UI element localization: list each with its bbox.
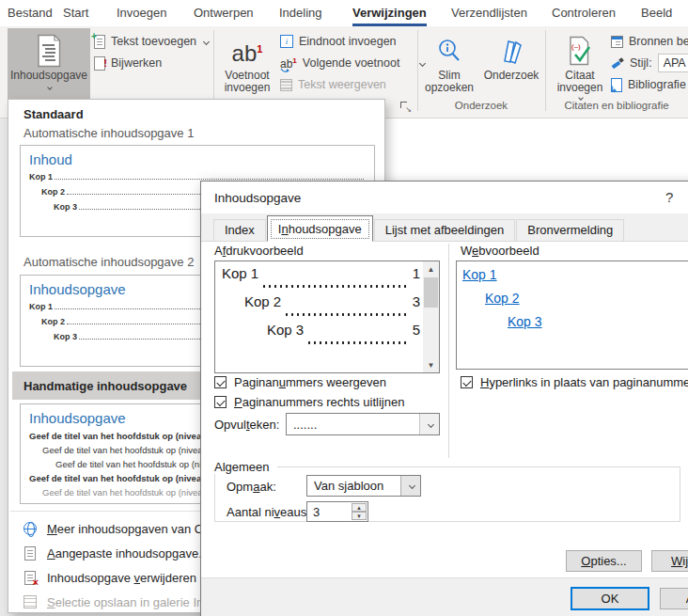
add-text-icon: + [94,35,105,49]
insert-citation-label: Citaat invoegen [554,70,606,94]
toc-button-label: Inhoudsopgave [10,70,87,82]
tab-beeld[interactable]: Beeld [641,0,672,26]
tab-leader-value: ....... [293,414,317,434]
gallery-item1-title: Automatische inhoudsopgave 1 [23,126,194,140]
gallery-entry: Kop 1 [29,172,53,182]
citation-style-select[interactable]: APA [658,54,688,72]
bibliography-button[interactable]: ↳ Bibliografie [611,74,686,95]
add-text-label: Tekst toevoegen [111,35,196,48]
menu-item-label: Meer inhoudsopgaven van Offic [47,522,219,536]
scroll-up-icon[interactable]: ▲ [423,261,439,276]
modify-button[interactable]: Wijzige [651,550,688,572]
menu-item-label: Selectie opslaan in galerie Inhou [47,595,224,609]
insert-endnote-label: Eindnoot invoegen [299,35,397,48]
chevron-down-icon [47,85,53,90]
ok-button[interactable]: OK [571,587,649,610]
web-preview-link[interactable]: Kop 1 [462,267,497,282]
scrollbar-thumb[interactable] [424,277,438,308]
next-footnote-label: Volgende voetnoot [303,56,400,70]
checkbox-label: Paginanummers rechts uitlijnen [234,395,404,409]
manage-sources-button[interactable]: Bronnen be [611,31,688,52]
ribbon-tab-bar: Bestand Start Invoegen Ontwerpen Indelin… [0,0,688,26]
scrollbar[interactable]: ▲ ▼ [423,261,439,372]
manual-entry: Geef de titel van het hoofdstuk op (nive… [42,445,218,455]
format-label: Opmaak: [227,480,276,494]
checkbox-checked-icon[interactable] [461,376,473,388]
spin-up-icon[interactable]: ▲ [352,503,367,512]
manual-entry: Geef de titel van het hoofdstuk op (nive… [29,431,217,441]
footnote-icon: ab1 [232,32,263,70]
tab-bestand[interactable]: Bestand [8,0,53,26]
tab-indeling[interactable]: Indeling [279,0,322,26]
manage-sources-label: Bronnen be [629,35,688,48]
checkbox-right-align-page-numbers[interactable]: Paginanummers rechts uitlijnen [214,395,404,409]
style-label: Stijl: [630,56,652,70]
insert-citation-icon: (–) [567,32,593,70]
web-preview-box: Kop 1 Kop 2 Kop 3 [456,261,688,370]
checkbox-hyperlinks[interactable]: Hyperlinks in plaats van paginanummers [461,375,688,389]
insert-endnote-button[interactable]: i Eindnoot invoegen [280,31,397,52]
web-preview-link[interactable]: Kop 2 [485,291,520,306]
gallery-item2-title: Automatische inhoudsopgave 2 [23,255,194,269]
tab-invoegen[interactable]: Invoegen [117,0,167,26]
bibliography-label: Bibliografie [628,78,686,91]
tab-verwijzingen[interactable]: Verwijzingen [352,0,427,26]
options-button[interactable]: Opties... [566,550,642,572]
gallery-entry: Kop 2 [41,187,65,197]
smart-lookup-icon [436,32,462,70]
group-label-citations: Citaten en bibliografie [551,100,682,111]
dialog-launcher-icon[interactable] [400,102,411,112]
next-footnote-icon: ab1 [280,56,297,71]
svg-text:(–): (–) [571,42,581,51]
bibliography-icon: ↳ [611,78,622,92]
help-icon[interactable]: ? [665,189,673,205]
levels-value: 3 [313,502,320,521]
spin-down-icon[interactable]: ▼ [352,512,367,520]
update-toc-button[interactable]: ! Bijwerken [94,53,162,73]
menu-item-label: Aangepaste inhoudsopgave... [47,546,209,561]
checkbox-show-page-numbers[interactable]: Paginanummers weergeven [214,375,386,389]
column-divider [448,244,449,458]
toc-icon [35,32,63,70]
research-icon [497,32,525,70]
research-label: Onderzoek [484,70,539,82]
gallery-entry: Kop 3 [54,332,77,341]
print-preview-row: Kop 35 [222,322,420,350]
manual-entry: Geef de titel van het hoofdstuk op (nive… [42,487,218,498]
manual-entry: Geef de titel van het hoofdstuk op (nive… [29,473,217,483]
save-gallery-icon [22,595,39,608]
tab-verzendlijsten[interactable]: Verzendlijsten [451,0,527,26]
chevron-down-icon[interactable] [419,414,439,434]
menu-item-label: Inhoudsopgave verwijderen [47,571,196,585]
web-preview-link[interactable]: Kop 3 [508,314,542,329]
tab-start[interactable]: Start [63,0,88,26]
tab-inhoudsopgave[interactable]: Inhoudsopgave [267,215,373,242]
format-select[interactable]: Van sjabloon [306,475,421,497]
print-preview-row: Kop 11 [222,265,420,293]
tab-leader-select[interactable]: ....... [286,413,440,435]
general-group-label: Algemeen [214,460,277,474]
show-notes-label: Tekst weergeven [298,78,386,91]
print-preview-row: Kop 23 [222,293,420,322]
cancel-button[interactable]: Annu [660,588,688,609]
checkbox-label: Hyperlinks in plaats van paginanummers [480,375,688,389]
tab-lijst-met-afbeeldingen[interactable]: Lijst met afbeeldingen [374,219,515,241]
chevron-down-icon [203,38,210,44]
levels-spinner[interactable]: 3 ▲ ▼ [306,501,368,522]
gallery-preview-heading: Inhoud [29,150,366,169]
tab-ontwerpen[interactable]: Ontwerpen [194,0,254,26]
gallery-item3-label: Handmatige inhoudsopgave [23,379,187,393]
scroll-down-icon[interactable]: ▼ [423,357,439,372]
checkbox-checked-icon[interactable] [214,396,227,408]
remove-toc-icon: × [22,571,39,585]
add-text-button[interactable]: + Tekst toevoegen [94,31,209,52]
tab-controleren[interactable]: Controleren [552,0,616,26]
chevron-down-icon[interactable] [400,476,420,496]
tab-bronvermelding[interactable]: Bronvermelding [516,219,624,241]
tab-index[interactable]: Index [213,219,266,241]
next-footnote-button[interactable]: ab1 Volgende voetnoot [280,53,425,73]
print-preview-box: Kop 11 Kop 23 Kop 35 ▲ ▼ [214,261,440,373]
levels-label: Aantal niveaus: [227,505,310,519]
checkbox-checked-icon[interactable] [214,376,227,388]
custom-toc-icon [22,546,39,561]
